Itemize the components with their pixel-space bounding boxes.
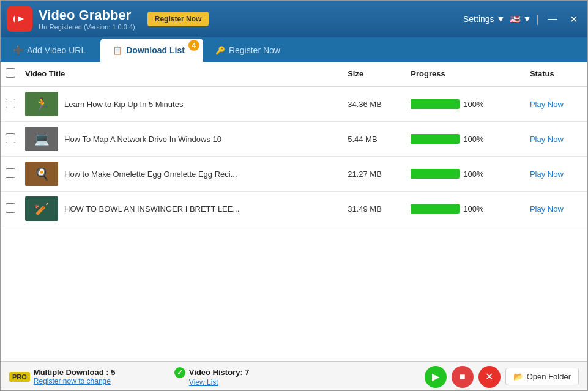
cancel-button[interactable]: ✕	[478, 366, 501, 388]
main-content: Video Title Size Progress Status 🏃Learn …	[1, 62, 587, 361]
row-2-play-now-link[interactable]: Play Now	[530, 169, 564, 179]
titlebar-right: Settings ▼ 🇺🇸 ▼ | — ✕	[463, 12, 581, 26]
footer: PRO Multiple Download : 5 Register now t…	[1, 361, 587, 391]
check-circle-icon: ✓	[174, 367, 185, 378]
row-0-title: Learn How to Kip Up In 5 Minutes	[64, 100, 183, 109]
register-header-button[interactable]: Register Now	[147, 12, 209, 26]
stop-button[interactable]: ■	[452, 366, 474, 388]
register-change-link[interactable]: Register now to change	[34, 377, 156, 385]
title-bar: Video Grabber Un-Registered (Version: 1.…	[1, 1, 587, 37]
flag-chevron-icon: ▼	[523, 14, 531, 24]
row-0-checkbox-cell	[1, 86, 20, 122]
row-0-progress-pct: 100%	[463, 100, 483, 109]
footer-left: Multiple Download : 5 Register now to ch…	[34, 368, 156, 385]
video-history-row: ✓ Video History: 7	[174, 367, 285, 378]
row-2-thumbnail: 🍳	[25, 162, 58, 186]
row-3-progress-container: 100%	[411, 204, 520, 214]
multiple-download-text: Multiple Download : 5	[34, 368, 156, 377]
footer-middle: ✓ Video History: 7 View List	[174, 367, 285, 387]
open-folder-label: Open Folder	[527, 372, 571, 381]
row-3-play-now-link[interactable]: Play Now	[530, 204, 564, 214]
titlebar-left: Video Grabber Un-Registered (Version: 1.…	[7, 6, 209, 32]
row-2-status-cell: Play Now	[525, 157, 587, 192]
header-checkbox-cell	[1, 62, 20, 86]
row-0-checkbox[interactable]	[6, 99, 15, 108]
row-3-progress-bar-fill	[411, 204, 460, 214]
row-2-title-cell: 🍳How to Make Omelette Egg Omelette Egg R…	[20, 157, 343, 192]
table-row: 🏏HOW TO BOWL AN INSWINGER I BRETT LEE...…	[1, 192, 587, 226]
tab-bar: ➕ Add Video URL 📋 Download List 4 🔑 Regi…	[1, 37, 587, 62]
tab-register-now[interactable]: 🔑 Register Now	[203, 39, 292, 62]
row-2-progress-container: 100%	[411, 169, 520, 179]
row-2-progress-cell: 100%	[406, 157, 525, 192]
row-3-checkbox-cell	[1, 192, 20, 226]
row-1-progress-bar-fill	[411, 134, 460, 144]
row-1-checkbox-cell	[1, 122, 20, 157]
header-video-title: Video Title	[20, 62, 343, 86]
row-1-title-wrapper: 💻How To Map A Network Drive In Windows 1…	[25, 127, 338, 151]
app-title-block: Video Grabber Un-Registered (Version: 1.…	[39, 7, 135, 31]
row-3-status-cell: Play Now	[525, 192, 587, 226]
table-row: 🏃Learn How to Kip Up In 5 Minutes34.36 M…	[1, 86, 587, 122]
row-2-title: How to Make Omelette Egg Omelette Egg Re…	[64, 169, 237, 179]
row-3-checkbox[interactable]	[6, 203, 15, 213]
tab-download-list-label: Download List	[126, 45, 185, 55]
minimize-button[interactable]: —	[544, 12, 561, 26]
row-2-title-wrapper: 🍳How to Make Omelette Egg Omelette Egg R…	[25, 162, 338, 186]
row-1-progress-pct: 100%	[463, 135, 483, 144]
settings-label: Settings	[463, 14, 494, 24]
download-table: Video Title Size Progress Status 🏃Learn …	[1, 62, 587, 226]
row-0-progress-bar-fill	[411, 99, 460, 109]
settings-button[interactable]: Settings ▼	[463, 14, 505, 24]
row-0-status-cell: Play Now	[525, 86, 587, 122]
row-1-size: 5.44 MB	[343, 122, 406, 157]
download-list-icon: 📋	[113, 46, 122, 55]
header-progress: Progress	[406, 62, 525, 86]
app-logo	[7, 6, 32, 32]
row-2-checkbox-cell	[1, 157, 20, 192]
row-0-title-wrapper: 🏃Learn How to Kip Up In 5 Minutes	[25, 92, 338, 116]
pro-badge: PRO	[9, 372, 30, 382]
open-folder-button[interactable]: 📂 Open Folder	[505, 368, 579, 385]
row-1-checkbox[interactable]	[6, 133, 15, 143]
tab-add-video-label: Add Video URL	[27, 45, 86, 55]
tab-add-video[interactable]: ➕ Add Video URL	[1, 39, 100, 62]
key-icon: 🔑	[215, 46, 225, 55]
row-0-play-now-link[interactable]: Play Now	[530, 100, 564, 109]
view-list-link[interactable]: View List	[189, 378, 285, 387]
row-0-progress-cell: 100%	[406, 86, 525, 122]
settings-chevron-icon: ▼	[497, 14, 505, 24]
language-button[interactable]: 🇺🇸 ▼	[510, 14, 531, 24]
table-row: 🍳How to Make Omelette Egg Omelette Egg R…	[1, 157, 587, 192]
row-2-progress-pct: 100%	[463, 169, 483, 179]
row-0-size: 34.36 MB	[343, 86, 406, 122]
row-3-size: 31.49 MB	[343, 192, 406, 226]
tab-download-list[interactable]: 📋 Download List 4	[100, 39, 203, 62]
video-history-text: Video History: 7	[189, 368, 250, 377]
row-1-play-now-link[interactable]: Play Now	[530, 135, 564, 144]
app-subtitle: Un-Registered (Version: 1.0.0.4)	[39, 23, 135, 31]
play-button[interactable]: ▶	[425, 366, 447, 388]
select-all-checkbox[interactable]	[6, 68, 15, 78]
close-button[interactable]: ✕	[566, 12, 581, 26]
table-body: 🏃Learn How to Kip Up In 5 Minutes34.36 M…	[1, 86, 587, 226]
header-status: Status	[525, 62, 587, 86]
row-3-title-wrapper: 🏏HOW TO BOWL AN INSWINGER I BRETT LEE...	[25, 196, 338, 221]
row-0-title-cell: 🏃Learn How to Kip Up In 5 Minutes	[20, 86, 343, 122]
row-1-thumbnail: 💻	[25, 127, 58, 151]
row-0-progress-container: 100%	[411, 99, 520, 109]
row-1-progress-cell: 100%	[406, 122, 525, 157]
row-1-progress-bar-bg	[411, 134, 460, 144]
row-3-progress-pct: 100%	[463, 204, 483, 214]
footer-right: ▶ ■ ✕ 📂 Open Folder	[425, 366, 579, 388]
header-size: Size	[343, 62, 406, 86]
row-3-thumbnail: 🏏	[25, 196, 58, 221]
folder-icon: 📂	[513, 372, 523, 381]
row-1-title: How To Map A Network Drive In Windows 10	[64, 135, 221, 144]
row-3-title-cell: 🏏HOW TO BOWL AN INSWINGER I BRETT LEE...	[20, 192, 343, 226]
row-0-thumbnail: 🏃	[25, 92, 58, 116]
tab-register-label: Register Now	[229, 45, 280, 55]
row-0-progress-bar-bg	[411, 99, 460, 109]
row-3-progress-cell: 100%	[406, 192, 525, 226]
row-2-checkbox[interactable]	[6, 168, 15, 178]
